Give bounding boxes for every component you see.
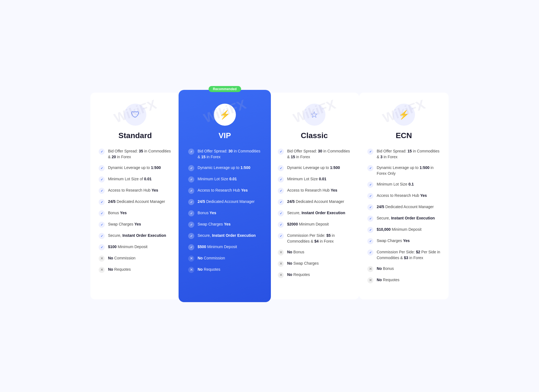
check-icon: ✓ (367, 227, 373, 233)
check-icon: ✓ (188, 222, 194, 228)
features-list-ecn: ✓Bid Offer Spread: 15 in Commodities & 3… (367, 148, 440, 288)
check-icon: ✓ (278, 222, 284, 228)
feature-text: Dynamic Leverage up to 1:500 (108, 165, 161, 171)
feature-text: Dynamic Leverage up to 1:500 in Forex On… (377, 165, 440, 176)
feature-text: $500 Minimum Deposit (198, 244, 237, 250)
feature-item: ✓Swap Charges Yes (99, 221, 172, 228)
check-icon: ✓ (367, 216, 373, 222)
check-icon: ✓ (278, 210, 284, 216)
check-icon: ✓ (99, 176, 105, 182)
feature-item: ✕No Requotes (188, 267, 261, 273)
feature-text: Swap Charges Yes (377, 238, 410, 244)
feature-text: Secure, Instant Order Execution (287, 210, 345, 216)
check-icon: ✓ (278, 176, 284, 182)
feature-text: Swap Charges Yes (198, 221, 231, 227)
check-icon: ✓ (188, 188, 194, 194)
feature-text: Bid Offer Spread: 30 in Commodities & 15… (287, 148, 351, 160)
feature-text: Access to Research Hub Yes (377, 193, 427, 198)
cross-icon: ✕ (367, 266, 373, 272)
feature-item: ✓Dynamic Leverage up to 1:500 (188, 165, 261, 171)
feature-text: Access to Research Hub Yes (287, 187, 337, 193)
features-list-classic: ✓Bid Offer Spread: 30 in Commodities & 1… (278, 148, 351, 283)
cross-icon: ✕ (99, 267, 105, 273)
feature-item: ✓Minimum Lot Size of 0.01 (99, 176, 172, 182)
cross-icon: ✕ (278, 249, 284, 256)
pricing-container: WikiFX🛡Standard✓Bid Offer Spread: 35 in … (90, 93, 449, 299)
check-icon: ✓ (188, 165, 194, 171)
feature-text: Dynamic Leverage up to 1:500 (198, 165, 250, 171)
check-icon: ✓ (278, 233, 284, 239)
check-icon: ✓ (278, 149, 284, 155)
feature-item: ✕No Commission (188, 255, 261, 262)
feature-text: No Commission (198, 255, 225, 261)
feature-item: ✓$10,000 Minimum Deposit (367, 227, 440, 233)
feature-text: $2000 Minimum Deposit (287, 221, 329, 227)
feature-text: No Requotes (198, 267, 220, 272)
feature-text: Secure, Instant Order Execution (108, 233, 166, 238)
feature-text: No Bonus (287, 249, 304, 255)
feature-text: Minimum Lot Size 0.1 (377, 181, 414, 187)
cross-icon: ✕ (278, 261, 284, 267)
check-icon: ✓ (99, 222, 105, 228)
feature-item: ✓Minimum Lot Size 0.1 (367, 181, 440, 188)
feature-item: ✕No Commission (99, 255, 172, 262)
feature-item: ✓Bonus Yes (188, 210, 261, 216)
feature-text: No Bonus (377, 266, 394, 272)
feature-text: Access to Research Hub Yes (198, 187, 248, 193)
check-icon: ✓ (367, 165, 373, 171)
check-icon: ✓ (367, 149, 373, 155)
feature-item: ✕No Requotes (278, 272, 351, 278)
feature-text: $10,000 Minimum Deposit (377, 227, 422, 232)
feature-text: Dynamic Leverage up to 1:500 (287, 165, 340, 171)
feature-item: ✓Commission Per Side: $2 Per Side in Com… (367, 249, 440, 261)
feature-item: ✓Minimum Lot Size 0.01 (188, 176, 261, 182)
cross-icon: ✕ (188, 256, 194, 262)
star-icon: ☆ (303, 104, 325, 126)
feature-item: ✓Swap Charges Yes (367, 238, 440, 244)
check-icon: ✓ (99, 149, 105, 155)
lightning-icon: ⚡ (214, 104, 236, 126)
feature-item: ✓Dynamic Leverage up to 1:500 (278, 165, 351, 171)
plan-card-vip: RecommendedWikiFX⚡VIP✓Bid Offer Spread: … (179, 90, 271, 302)
feature-text: 24/5 Dedicated Account Manager (198, 199, 255, 205)
plan-title-vip: VIP (219, 131, 231, 140)
feature-item: ✓Secure, Instant Order Execution (278, 210, 351, 216)
cross-icon: ✕ (278, 272, 284, 278)
feature-item: ✓Bid Offer Spread: 30 in Commodities & 1… (188, 148, 261, 160)
features-list-standard: ✓Bid Offer Spread: 35 in Commodities & 2… (99, 148, 172, 278)
plan-title-ecn: ECN (396, 131, 412, 140)
feature-text: $100 Minimum Deposit (108, 244, 147, 250)
feature-item: ✓Dynamic Leverage up to 1:500 in Forex O… (367, 165, 440, 176)
check-icon: ✓ (188, 199, 194, 205)
feature-item: ✓Secure, Instant Order Execution (367, 215, 440, 222)
plan-card-standard: WikiFX🛡Standard✓Bid Offer Spread: 35 in … (90, 93, 180, 299)
feature-item: ✓24/5 Dedicated Account Manager (367, 204, 440, 210)
check-icon: ✓ (367, 249, 373, 256)
cross-icon: ✕ (188, 267, 194, 273)
feature-item: ✓$100 Minimum Deposit (99, 244, 172, 250)
feature-text: 24/5 Dedicated Account Manager (377, 204, 434, 210)
plan-card-ecn: WikiFX⚡ECN✓Bid Offer Spread: 15 in Commo… (359, 93, 449, 299)
feature-text: Bid Offer Spread: 35 in Commodities & 20… (108, 148, 172, 160)
check-icon: ✓ (188, 210, 194, 216)
plan-card-classic: WikiFX☆Classic✓Bid Offer Spread: 30 in C… (270, 93, 359, 299)
feature-text: No Commission (108, 255, 136, 261)
check-icon: ✓ (278, 188, 284, 194)
check-icon: ✓ (99, 210, 105, 216)
feature-item: ✓Bid Offer Spread: 15 in Commodities & 3… (367, 148, 440, 160)
feature-text: Access to Research Hub Yes (108, 187, 158, 193)
check-icon: ✓ (99, 233, 105, 239)
feature-item: ✓Commission Per Side: $5 in Commodities … (278, 233, 351, 244)
feature-item: ✓$2000 Minimum Deposit (278, 221, 351, 228)
feature-item: ✓24/5 Dedicated Account Manager (278, 199, 351, 205)
plan-title-standard: Standard (118, 131, 152, 140)
check-icon: ✓ (99, 199, 105, 205)
feature-text: Bonus Yes (198, 210, 216, 216)
feature-text: 24/5 Dedicated Account Manager (108, 199, 165, 205)
recommended-badge: Recommended (208, 86, 241, 92)
feature-item: ✓Access to Research Hub Yes (188, 187, 261, 194)
feature-item: ✓Swap Charges Yes (188, 221, 261, 228)
feature-item: ✕No Requotes (99, 267, 172, 273)
check-icon: ✓ (278, 165, 284, 171)
feature-item: ✕No Bonus (367, 266, 440, 272)
